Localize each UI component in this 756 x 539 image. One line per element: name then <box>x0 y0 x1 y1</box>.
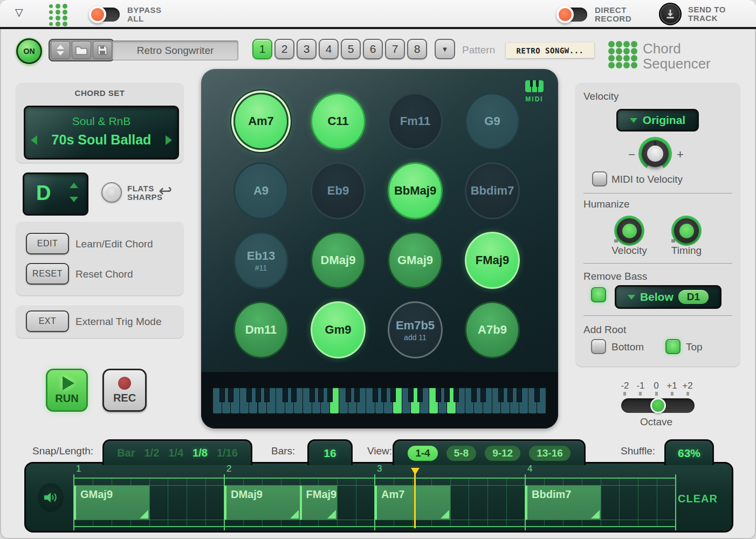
timeline-block-GMaj9[interactable]: GMaj9 <box>74 486 149 520</box>
remove-bass-note[interactable]: D1 <box>678 290 709 304</box>
timeline-grid[interactable]: 1234GMaj9DMaj9FMaj9Am7Bbdim7 <box>74 478 676 527</box>
timeline-block-FMaj9[interactable]: FMaj9 <box>300 486 338 520</box>
view-option-5-8[interactable]: 5-8 <box>446 446 476 461</box>
chord-pad-BbMaj9[interactable]: BbMaj9 <box>388 162 443 219</box>
preset-prev-next-stepper[interactable] <box>51 41 70 59</box>
shuffle-tab[interactable]: 63% <box>664 439 714 465</box>
chord-pad-Eb9[interactable]: Eb9 <box>311 162 366 219</box>
bars-value[interactable]: 16 <box>324 447 336 460</box>
view-option-9-12[interactable]: 9-12 <box>485 446 520 461</box>
black-key-26[interactable] <box>453 388 459 402</box>
velocity-knob-cap[interactable] <box>647 146 663 162</box>
window-menu-icon[interactable]: ▽ <box>15 6 23 18</box>
add-root-bottom-checkbox[interactable] <box>591 339 606 354</box>
humanize-velocity-knob[interactable] <box>614 216 644 246</box>
key-down-icon[interactable] <box>70 197 78 202</box>
black-key-4[interactable] <box>256 388 261 402</box>
power-on-button[interactable]: ON <box>16 38 42 64</box>
humanize-timing-knob-cap[interactable] <box>679 224 694 238</box>
run-button[interactable]: RUN <box>46 369 88 412</box>
black-key-24[interactable] <box>436 388 441 402</box>
shuffle-value[interactable]: 63% <box>678 447 700 460</box>
pattern-name-display[interactable]: RETRO SONGW... <box>506 42 594 58</box>
black-key-33[interactable] <box>517 388 522 402</box>
black-key-10[interactable] <box>310 388 315 402</box>
timeline-block-Bbdim7[interactable]: Bbdim7 <box>525 486 601 520</box>
chord-pad-DMaj9[interactable]: DMaj9 <box>311 232 366 289</box>
black-key-18[interactable] <box>381 388 387 402</box>
playhead-flag-icon[interactable] <box>411 468 420 475</box>
reset-button[interactable]: RESET <box>26 263 69 285</box>
black-key-12[interactable] <box>327 388 333 402</box>
rec-button[interactable]: REC <box>102 369 147 412</box>
remove-bass-dropdown[interactable]: Below D1 <box>615 285 721 309</box>
chord-pad-Gm9[interactable]: Gm9 <box>311 301 366 358</box>
bars-tab[interactable]: 16 <box>307 439 353 465</box>
timeline-block-DMaj9[interactable]: DMaj9 <box>224 486 300 520</box>
chord-pad-A7b9[interactable]: A7b9 <box>465 301 520 358</box>
black-key-0[interactable] <box>219 388 225 402</box>
humanize-velocity-knob-cap[interactable] <box>622 224 637 238</box>
chord-pad-Am7[interactable]: Am7 <box>233 93 288 150</box>
black-key-11[interactable] <box>318 388 324 402</box>
black-key-22[interactable] <box>417 388 423 402</box>
preset-name-field[interactable]: Retro Songwriter <box>112 40 238 60</box>
black-key-1[interactable] <box>228 388 233 402</box>
chord-pad-Dm11[interactable]: Dm11 <box>233 301 288 358</box>
chord-pad-Fm11[interactable]: Fm11 <box>388 93 443 150</box>
chord-pad-GMaj9[interactable]: GMaj9 <box>388 232 443 289</box>
view-option-1-4[interactable]: 1-4 <box>408 446 437 461</box>
black-key-17[interactable] <box>373 388 378 402</box>
view-option-13-16[interactable]: 13-16 <box>529 446 571 461</box>
piano-keyboard[interactable] <box>213 388 546 413</box>
direct-record-switch-track[interactable] <box>558 8 587 22</box>
chord-set-prev-icon[interactable] <box>31 135 37 145</box>
chord-pad-FMaj9[interactable]: FMaj9 <box>465 232 520 289</box>
add-root-top-checkbox[interactable] <box>665 339 681 354</box>
edit-button[interactable]: EDIT <box>26 233 69 254</box>
send-to-track-button[interactable]: SEND TO TRACK <box>659 3 726 25</box>
bypass-switch-knob[interactable] <box>89 6 106 23</box>
pattern-button-6[interactable]: 6 <box>363 39 383 59</box>
chord-pad-Em7b5[interactable]: Em7b5add 11 <box>388 301 443 358</box>
octave-slider[interactable] <box>621 398 695 413</box>
pattern-button-4[interactable]: 4 <box>319 39 339 59</box>
chord-pad-G9[interactable]: G9 <box>465 93 520 150</box>
black-key-35[interactable] <box>534 388 540 402</box>
preset-down-icon[interactable] <box>57 51 64 56</box>
pattern-button-1[interactable]: 1 <box>252 39 272 59</box>
audition-speaker-button[interactable] <box>38 483 64 512</box>
snap-option-Bar[interactable]: Bar <box>117 447 135 459</box>
pattern-button-5[interactable]: 5 <box>341 39 361 59</box>
timeline-block-Am7[interactable]: Am7 <box>375 486 450 520</box>
black-key-31[interactable] <box>498 388 504 402</box>
clear-button[interactable]: CLEAR <box>678 493 718 505</box>
octave-slider-thumb[interactable] <box>650 398 666 413</box>
pattern-button-3[interactable]: 3 <box>297 39 317 59</box>
velocity-knob[interactable] <box>638 137 672 170</box>
preset-save-button[interactable] <box>93 41 112 59</box>
snap-option-1/16[interactable]: 1/16 <box>217 447 238 459</box>
send-to-track-icon[interactable] <box>659 3 682 25</box>
black-key-7[interactable] <box>283 388 288 402</box>
midi-to-velocity-checkbox[interactable] <box>592 171 607 186</box>
black-key-28[interactable] <box>471 388 477 402</box>
black-key-19[interactable] <box>390 388 396 402</box>
humanize-timing-knob[interactable] <box>671 216 702 246</box>
bypass-all-toggle[interactable]: BYPASS ALL <box>91 6 162 23</box>
chord-set-display[interactable]: Soul & RnB 70s Soul Ballad <box>24 106 179 160</box>
snap-option-1/4[interactable]: 1/4 <box>168 447 183 459</box>
chord-pad-A9[interactable]: A9 <box>233 162 288 219</box>
direct-record-switch-knob[interactable] <box>556 6 574 23</box>
preset-load-button[interactable] <box>72 41 91 59</box>
key-up-icon[interactable] <box>70 183 78 188</box>
black-key-15[interactable] <box>354 388 360 402</box>
black-key-21[interactable] <box>408 388 414 402</box>
ext-button[interactable]: EXT <box>26 310 69 332</box>
remove-bass-checkbox[interactable] <box>591 287 606 302</box>
pattern-dropdown-button[interactable]: ▼ <box>435 39 455 59</box>
chord-set-next-icon[interactable] <box>166 135 172 145</box>
black-key-5[interactable] <box>264 388 270 402</box>
black-key-25[interactable] <box>444 388 450 402</box>
chord-pad-Eb13[interactable]: Eb13#11 <box>233 232 288 289</box>
